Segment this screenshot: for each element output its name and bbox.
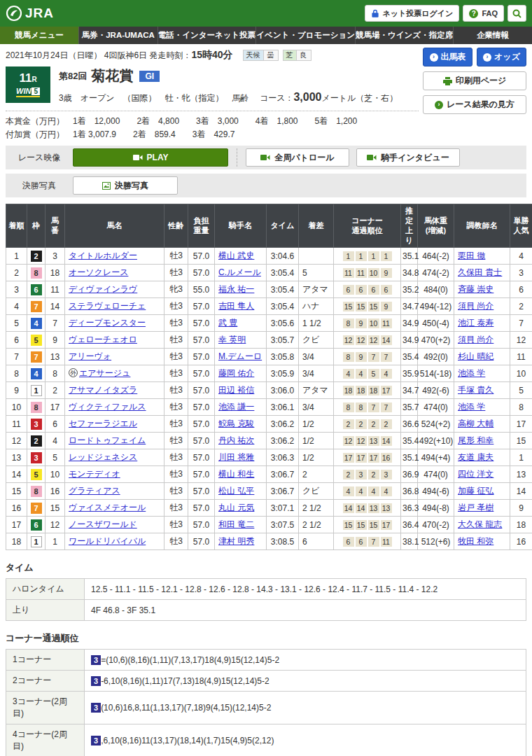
trainer-link[interactable]: 杉山 晴紀 <box>458 351 493 361</box>
jockey-link[interactable]: 丹内 祐次 <box>218 435 254 445</box>
jockey-link[interactable]: 和田 竜二 <box>218 519 254 529</box>
print-page-button[interactable]: 印刷用ページ <box>423 71 526 90</box>
win-popularity: 11 <box>510 349 532 365</box>
sex-age: 牡3 <box>164 433 188 449</box>
horse-link[interactable]: ディープモンスター <box>69 318 146 328</box>
trainer-link[interactable]: 大久保 龍志 <box>458 519 502 529</box>
time-row-label: ハロンタイム <box>6 579 85 600</box>
horse-link[interactable]: ワールドリバイバル <box>69 536 146 546</box>
trainer-link[interactable]: 四位 洋文 <box>458 469 493 479</box>
entries-button[interactable]: ›出馬表 <box>423 48 472 66</box>
col-finish-position: 着順 <box>6 204 27 248</box>
horse-link[interactable]: ディヴァインラヴ <box>69 284 137 294</box>
finish-photo-button[interactable]: 決勝写真 <box>73 176 178 195</box>
horse-link[interactable]: オーソクレース <box>69 267 128 277</box>
trainer-link[interactable]: 須貝 尚介 <box>458 335 493 344</box>
jockey-link[interactable]: 武 豊 <box>218 318 237 328</box>
jockey-link[interactable]: 津村 明秀 <box>218 536 254 546</box>
horse-number: 16 <box>46 483 65 500</box>
horse-weight: 474(0) <box>418 399 454 416</box>
jockey-interview-button[interactable]: 騎手インタビュー <box>356 148 460 167</box>
finish-time: 3:05.7 <box>267 332 299 349</box>
horse-link[interactable]: アサマノイタズラ <box>69 385 137 395</box>
patrol-video-button[interactable]: 全周パトロール <box>246 148 349 167</box>
jockey-link[interactable]: 横山 武史 <box>218 251 254 260</box>
trainer-link[interactable]: 久保田 貴士 <box>458 267 502 277</box>
horse-link[interactable]: セファーラジエル <box>69 419 137 428</box>
trainer-link[interactable]: 岩戸 孝樹 <box>458 503 493 512</box>
trainer-link[interactable]: 尾形 和幸 <box>458 435 493 445</box>
trainer-link[interactable]: 牧田 和弥 <box>458 536 493 546</box>
horse-link[interactable]: ロードトゥフェイム <box>69 435 146 445</box>
trainer-link[interactable]: 斉藤 崇史 <box>458 284 493 294</box>
horse-link[interactable]: アリーヴォ <box>69 351 111 361</box>
jockey-link[interactable]: 松山 弘平 <box>218 486 254 496</box>
nav-item-keiba-menu[interactable]: 競馬メニュー <box>0 27 78 44</box>
jockey-link[interactable]: 福永 祐一 <box>218 284 254 294</box>
jra-logo[interactable]: JRA <box>6 5 54 22</box>
trainer-link[interactable]: 須貝 尚介 <box>458 301 493 311</box>
jockey-link[interactable]: 池添 謙一 <box>218 402 254 412</box>
finish-time: 3:05.4 <box>267 298 299 315</box>
corner-order: 2222 <box>334 416 401 433</box>
trainer-link[interactable]: 栗田 徹 <box>458 251 485 260</box>
jockey-link[interactable]: C.ルメール <box>218 267 261 277</box>
trainer-link[interactable]: 池添 学 <box>458 368 485 378</box>
jockey-link[interactable]: 田辺 裕信 <box>218 385 254 395</box>
result-row: 13 3 5 レッドジェネシス 牡3 57.0 川田 将雅 3:06.3 1/2… <box>6 449 532 466</box>
horse-link[interactable]: タイトルホルダー <box>69 251 137 260</box>
horse-weight: 494(-12) <box>418 298 454 315</box>
faq-button[interactable]: ? FAQ <box>463 5 504 22</box>
margin: 1/2 <box>299 449 334 466</box>
trainer-link[interactable]: 手塚 貴久 <box>458 385 493 395</box>
horse-link[interactable]: ノースザワールド <box>69 519 137 529</box>
corner-order: 1111109 <box>334 265 401 281</box>
sex-age: 牡3 <box>164 265 188 281</box>
nav-item-baken-umaca[interactable]: 馬券・JRA-UMACA <box>78 27 158 44</box>
result-row: 7 7 13 アリーヴォ 牡3 57.0 M.デムーロ 3:05.8 3/4 8… <box>6 349 532 365</box>
course-label: コース： <box>260 93 294 103</box>
jockey-link[interactable]: 川田 将雅 <box>218 452 254 462</box>
jockey-link[interactable]: 丸山 元気 <box>218 503 254 512</box>
horse-link[interactable]: モンテディオ <box>69 469 120 479</box>
horse-link[interactable]: ヴァイスメテオール <box>69 503 146 512</box>
horse-link[interactable]: レッドジェネシス <box>69 452 137 462</box>
estimated-agari: 34.9 <box>401 332 418 349</box>
jockey-link[interactable]: 吉田 隼人 <box>218 301 254 311</box>
trainer-link[interactable]: 加藤 征弘 <box>458 486 493 496</box>
win-popularity: 7 <box>510 315 532 332</box>
search-button[interactable] <box>507 5 526 22</box>
nav-item-internet-voting[interactable]: 電話・インターネット投票 <box>158 27 256 44</box>
results-table: 着順 枠 馬 番 馬名 性齢 負担 重量 騎手名 タイム 着差 コーナー 通過順… <box>6 204 532 550</box>
trainer-link[interactable]: 高柳 大輔 <box>458 419 493 428</box>
horse-link[interactable]: ヴェローチェオロ <box>69 335 137 344</box>
bracket-badge: 4 <box>31 368 42 379</box>
bracket-badge: 7 <box>31 503 42 514</box>
odds-button[interactable]: ›オッズ <box>477 48 526 66</box>
horse-link[interactable]: エアサージュ <box>79 368 130 378</box>
jockey-link[interactable]: 横山 和生 <box>218 469 254 479</box>
jockey-link[interactable]: 鮫島 克駿 <box>218 419 254 428</box>
trainer-link[interactable]: 友道 康夫 <box>458 452 493 462</box>
play-button[interactable]: PLAY <box>73 148 228 167</box>
win-popularity: 13 <box>510 466 532 483</box>
horse-weight: 512(+6) <box>418 533 454 550</box>
horse-weight: 470(-2) <box>418 517 454 533</box>
horse-weight: 474(-2) <box>418 265 454 281</box>
trainer-link[interactable]: 池江 泰寿 <box>458 318 493 328</box>
nav-item-racecourse-wins[interactable]: 競馬場・ウインズ・指定席 <box>355 27 453 44</box>
jockey-link[interactable]: 藤岡 佑介 <box>218 368 254 378</box>
col-corner-order: コーナー 通過順位 <box>334 204 401 248</box>
net-voting-login-button[interactable]: ネット投票ログイン <box>365 5 460 22</box>
horse-link[interactable]: グラティアス <box>69 486 120 496</box>
finish-time: 3:05.8 <box>267 349 299 365</box>
horse-link[interactable]: ステラヴェローチェ <box>69 301 146 311</box>
horse-link[interactable]: ヴィクティファルス <box>69 402 146 412</box>
question-icon: ? <box>469 9 478 18</box>
jockey-link[interactable]: M.デムーロ <box>218 351 262 361</box>
results-guide-button[interactable]: › レース結果の見方 <box>423 95 526 114</box>
nav-item-event-promotion[interactable]: イベント・プロモーション <box>255 27 355 44</box>
nav-item-corporate[interactable]: 企業情報 <box>453 27 532 44</box>
trainer-link[interactable]: 池添 学 <box>458 402 485 412</box>
jockey-link[interactable]: 幸 英明 <box>218 335 246 344</box>
